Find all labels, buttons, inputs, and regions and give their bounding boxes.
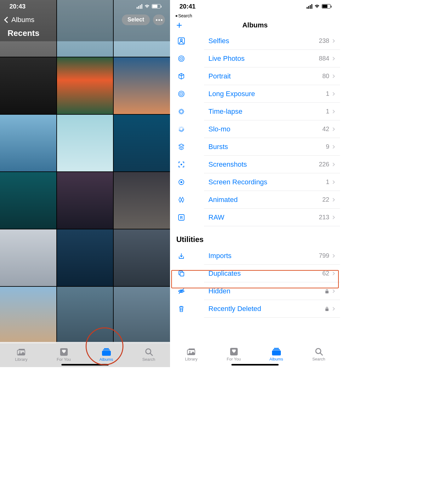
photo-thumbnail[interactable] <box>57 115 113 171</box>
cellular-icon <box>137 4 142 9</box>
svg-line-31 <box>182 130 183 131</box>
status-bar: 20:41 <box>170 0 340 13</box>
album-row-imports[interactable]: Imports 799 <box>170 247 340 265</box>
tab-search[interactable]: Search <box>298 342 340 367</box>
svg-point-2 <box>19 351 20 353</box>
chevron-right-icon <box>331 289 335 293</box>
svg-point-13 <box>181 58 182 59</box>
svg-line-30 <box>182 130 184 131</box>
album-row-bursts[interactable]: Bursts 9 <box>170 138 340 156</box>
photo-thumbnail[interactable] <box>57 287 113 343</box>
chevron-left-icon <box>4 17 10 23</box>
library-icon <box>186 348 196 356</box>
wifi-icon <box>314 4 320 9</box>
album-label: Duplicates <box>208 269 322 278</box>
chevron-right-icon <box>331 39 335 43</box>
tab-bar: Library For You Albums Search <box>170 342 340 367</box>
back-button[interactable]: Albums <box>5 16 34 24</box>
album-row-screenshots[interactable]: Screenshots 226 <box>170 156 340 173</box>
svg-line-21 <box>180 112 181 114</box>
album-row-time-lapse[interactable]: Time-lapse 1 <box>170 103 340 120</box>
svg-text:R: R <box>180 216 183 220</box>
chevron-right-icon <box>331 163 335 166</box>
corners-icon <box>176 161 186 168</box>
home-indicator[interactable] <box>231 364 279 366</box>
album-label: Animated <box>208 196 322 204</box>
tab-albums[interactable]: Albums <box>85 342 128 367</box>
chevron-right-icon <box>331 198 335 201</box>
photo-thumbnail[interactable] <box>0 172 56 229</box>
stack-icon <box>176 143 186 150</box>
photos-albums-screen: 20:41 Search + Albums Selfies 238 Live P… <box>170 0 340 367</box>
duplicate-icon <box>176 270 186 277</box>
album-row-live-photos[interactable]: Live Photos 884 <box>170 50 340 67</box>
select-button[interactable]: Select <box>122 14 150 25</box>
album-label: Imports <box>208 252 319 260</box>
album-label: RAW <box>208 213 319 222</box>
back-to-search-link[interactable]: Search <box>170 13 340 18</box>
svg-line-34 <box>179 130 180 131</box>
photo-grid[interactable] <box>0 0 170 367</box>
lock-icon <box>325 289 329 293</box>
photo-thumbnail[interactable] <box>114 115 170 171</box>
album-count: 884 <box>319 55 329 62</box>
battery-icon <box>322 4 331 9</box>
tab-library[interactable]: Library <box>0 342 43 367</box>
albums-list[interactable]: Selfies 238 Live Photos 884 Portrait 80 … <box>170 32 340 367</box>
album-row-selfies[interactable]: Selfies 238 <box>170 32 340 50</box>
album-count: 1 <box>326 90 329 97</box>
photo-thumbnail[interactable] <box>57 57 113 114</box>
chevron-right-icon <box>331 92 335 95</box>
nav-header: + Albums <box>170 18 340 32</box>
chevron-right-icon <box>331 180 335 184</box>
album-label: Long Exposure <box>208 90 326 98</box>
albums-icon <box>101 348 111 356</box>
more-button[interactable] <box>153 14 165 25</box>
album-row-animated[interactable]: Animated 22 <box>170 191 340 209</box>
tab-for-you[interactable]: For You <box>213 342 255 367</box>
album-row-duplicates[interactable]: Duplicates 62 <box>170 265 340 282</box>
photo-thumbnail[interactable] <box>0 287 56 343</box>
photo-thumbnail[interactable] <box>114 287 170 343</box>
for-you-icon <box>229 348 239 356</box>
home-indicator[interactable] <box>61 364 109 366</box>
tab-library[interactable]: Library <box>170 342 213 367</box>
photo-thumbnail[interactable] <box>0 57 56 114</box>
photo-thumbnail[interactable] <box>114 57 170 114</box>
chevron-right-icon <box>331 216 335 219</box>
photo-thumbnail[interactable] <box>114 229 170 286</box>
album-row-long-exposure[interactable]: Long Exposure 1 <box>170 85 340 103</box>
svg-rect-53 <box>189 349 195 350</box>
album-row-hidden[interactable]: Hidden <box>170 282 340 300</box>
add-button[interactable]: + <box>176 20 182 31</box>
svg-line-33 <box>180 130 181 131</box>
eye-slash-icon <box>176 288 186 295</box>
photo-thumbnail[interactable] <box>57 172 113 229</box>
import-icon <box>176 252 186 259</box>
chevron-right-icon <box>331 254 335 257</box>
tab-for-you[interactable]: For You <box>43 342 85 367</box>
tab-search[interactable]: Search <box>128 342 170 367</box>
svg-line-60 <box>320 353 322 355</box>
album-row-recently-deleted[interactable]: Recently Deleted <box>170 300 340 318</box>
photo-thumbnail[interactable] <box>0 229 56 286</box>
diamonds-icon <box>176 196 186 203</box>
chevron-right-icon <box>331 57 335 60</box>
svg-rect-5 <box>103 349 110 350</box>
svg-point-43 <box>180 181 182 183</box>
svg-rect-57 <box>273 349 280 350</box>
photo-thumbnail[interactable] <box>57 229 113 286</box>
svg-rect-4 <box>104 348 109 349</box>
svg-rect-1 <box>19 349 25 350</box>
svg-rect-56 <box>274 348 279 349</box>
photo-thumbnail[interactable] <box>114 172 170 229</box>
photo-thumbnail[interactable] <box>0 115 56 171</box>
album-row-raw[interactable]: R RAW 213 <box>170 209 340 226</box>
wifi-icon <box>144 4 150 9</box>
nav-title: Albums <box>242 21 268 29</box>
albums-icon <box>271 348 281 356</box>
album-row-slo-mo[interactable]: Slo-mo 42 <box>170 120 340 138</box>
album-row-portrait[interactable]: Portrait 80 <box>170 67 340 85</box>
tab-albums[interactable]: Albums <box>255 342 298 367</box>
album-row-screen-recordings[interactable]: Screen Recordings 1 <box>170 173 340 191</box>
